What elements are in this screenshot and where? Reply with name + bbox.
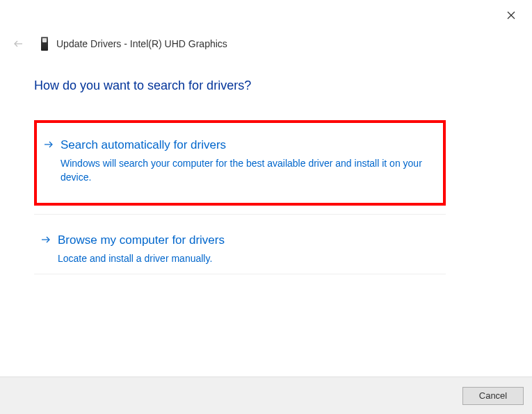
option-title: Browse my computer for drivers [58,233,446,247]
option-description: Windows will search your computer for th… [61,156,435,185]
option-browse-computer[interactable]: Browse my computer for drivers Locate an… [34,218,446,281]
divider [34,214,446,215]
arrow-right-icon [41,235,51,244]
back-button[interactable] [13,39,23,49]
divider [34,274,446,274]
device-icon [40,36,49,51]
option-search-automatically[interactable]: Search automatically for drivers Windows… [34,120,446,206]
arrow-left-icon [13,40,23,48]
dialog-title: Update Drivers - Intel(R) UHD Graphics [56,38,227,49]
dialog-footer: Cancel [0,376,532,414]
close-icon [507,11,515,19]
option-title: Search automatically for drivers [61,138,435,152]
option-description: Locate and install a driver manually. [58,251,446,265]
arrow-right-icon [44,140,54,149]
dialog-header: Update Drivers - Intel(R) UHD Graphics [13,36,227,51]
cancel-button[interactable]: Cancel [462,387,524,405]
close-button[interactable] [506,10,517,21]
page-heading: How do you want to search for drivers? [34,78,251,93]
